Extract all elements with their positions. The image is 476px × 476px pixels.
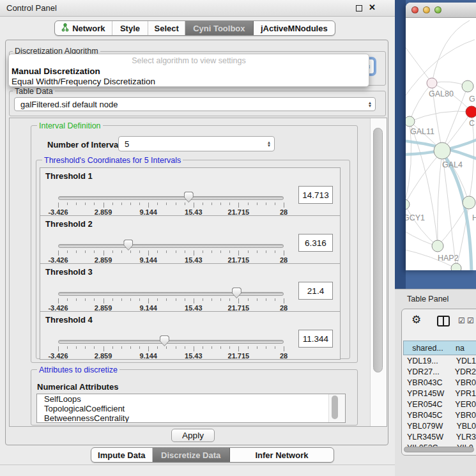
tick-mark	[58, 250, 59, 256]
split-columns-icon[interactable]	[437, 316, 450, 326]
network-node-c[interactable]	[466, 106, 476, 118]
tick-mark	[238, 346, 239, 351]
tab-style[interactable]: Style	[112, 21, 149, 35]
table-cell-shared-name: YDL19...	[403, 357, 452, 365]
number-of-intervals-value: 5	[119, 139, 264, 149]
table-column-header-shared[interactable]: shared...	[403, 341, 452, 355]
threshold-panel-2: Threshold 2-3.4262.8599.14415.4321.71528…	[40, 215, 341, 264]
table-row[interactable]: YPR145WYPR1	[403, 388, 476, 399]
close-icon[interactable]: ✕	[369, 3, 376, 12]
table-row[interactable]: YBR045CYBR0	[403, 410, 476, 420]
tick-mark	[76, 346, 77, 349]
tick-mark	[67, 346, 68, 349]
tab-jactivemnodules[interactable]: jActiveMNodules	[254, 21, 335, 35]
tab-cyni-toolbox[interactable]: Cyni Toolbox	[185, 21, 254, 35]
tab-discretize-data[interactable]: Discretize Data	[153, 448, 230, 462]
minimize-window-button[interactable]	[423, 6, 430, 13]
slider-track[interactable]	[58, 244, 284, 248]
apply-button[interactable]: Apply	[171, 429, 215, 442]
tab-select[interactable]: Select	[148, 21, 185, 35]
tab-network[interactable]: Network	[55, 21, 112, 35]
number-of-intervals-select[interactable]: 5 ▲ ▼	[118, 136, 275, 151]
slider-thumb-icon[interactable]	[123, 240, 133, 250]
tab-impute-data[interactable]: Impute Data	[91, 448, 153, 462]
network-edge[interactable]	[406, 43, 432, 83]
threshold-value-field[interactable]: 14.713	[298, 186, 333, 204]
settings-scrollbar-thumb[interactable]	[373, 128, 383, 372]
network-edge[interactable]	[432, 20, 470, 83]
network-node-gcy1[interactable]	[406, 199, 410, 210]
threshold-slider[interactable]: -3.4262.8599.14415.4321.71528	[58, 288, 284, 311]
tick-mark	[248, 203, 249, 205]
tick-mark	[148, 203, 149, 208]
tick-mark	[112, 346, 113, 349]
tick-mark	[211, 298, 212, 301]
network-edge[interactable]	[410, 121, 438, 246]
table-data-group-label: Table Data	[13, 87, 55, 96]
table-row[interactable]: YDL19...YDL1	[403, 355, 476, 366]
slider-thumb-icon[interactable]	[160, 335, 169, 346]
threshold-slider[interactable]: -3.4262.8599.14415.4321.71528	[58, 240, 284, 263]
tick-mark	[121, 298, 122, 301]
network-node-h[interactable]	[463, 196, 475, 209]
network-node-hap2[interactable]	[432, 240, 443, 252]
slider-track[interactable]	[58, 340, 284, 344]
slider-track[interactable]	[58, 292, 284, 296]
tab-infer-network[interactable]: Infer Network	[230, 448, 334, 462]
float-panel-icon[interactable]	[356, 5, 362, 12]
tick-mark	[257, 346, 257, 349]
table-panel-title: Table Panel	[407, 295, 449, 303]
attributes-scrollbar-track[interactable]	[328, 394, 345, 422]
tick-mark	[176, 203, 176, 205]
slider-track[interactable]	[58, 196, 284, 200]
network-canvas[interactable]: GAL80GCGAL11GAL4GCY1HHAP2	[406, 18, 476, 270]
network-node-gal4[interactable]	[434, 142, 450, 159]
tick-mark	[257, 298, 257, 301]
threshold-value-field[interactable]: 11.344	[298, 330, 333, 348]
attributes-scrollbar-thumb[interactable]	[332, 395, 338, 419]
network-edge[interactable]	[410, 83, 432, 121]
network-edge-highlighted[interactable]	[444, 155, 472, 270]
tick-label: 15.43	[185, 352, 203, 360]
list-item[interactable]: BetweennessCentrality	[37, 413, 345, 423]
network-node-gal11[interactable]	[406, 116, 415, 127]
network-node-label: C	[469, 119, 475, 128]
network-edge[interactable]	[410, 111, 472, 121]
network-node-gal80[interactable]	[427, 78, 437, 88]
list-item[interactable]: SelfLoops	[37, 394, 345, 404]
table-row[interactable]: YER054CYER0	[403, 399, 476, 410]
network-node[interactable]	[451, 263, 461, 270]
threshold-slider[interactable]: -3.4262.8599.14415.4321.71528	[58, 192, 284, 215]
threshold-value-field[interactable]: 6.316	[298, 234, 333, 252]
table-row[interactable]: YBL079WYBL0	[403, 420, 476, 431]
tick-mark	[67, 250, 68, 253]
threshold-slider[interactable]: -3.4262.8599.14415.4321.71528	[58, 336, 284, 359]
checkbox-icon[interactable]: ☑	[467, 317, 474, 325]
algorithm-option-equal-width[interactable]: Equal Width/Frequency Discretization	[12, 77, 155, 86]
table-row[interactable]: YBR043CYBR0	[403, 377, 476, 388]
tick-mark	[194, 203, 194, 208]
table-hscrollbar-thumb[interactable]	[404, 447, 474, 452]
checkbox-icon[interactable]: ☑	[458, 317, 465, 325]
close-window-button[interactable]	[411, 6, 418, 13]
numerical-attributes-list: SelfLoopsTopologicalCoefficientBetweenne…	[36, 394, 346, 423]
slider-thumb-icon[interactable]	[184, 192, 194, 203]
algorithm-option-manual[interactable]: Manual Discretization	[12, 66, 100, 76]
tab-label: Discretize Data	[161, 450, 220, 460]
network-edge[interactable]	[438, 151, 442, 246]
slider-thumb-icon[interactable]	[232, 288, 242, 298]
gear-icon[interactable]: ⚙	[411, 314, 421, 325]
list-item[interactable]: TopologicalCoefficient	[37, 404, 345, 413]
network-graph: GAL80GCGAL11GAL4GCY1HHAP2	[406, 18, 476, 270]
tick-mark	[148, 250, 149, 256]
network-edge[interactable]	[406, 204, 438, 246]
table-data-select[interactable]: galFiltered.sif default node ▲ ▼	[14, 97, 376, 111]
table-column-header-name[interactable]: na	[452, 341, 476, 355]
algorithm-dropdown-hint: Select algorithm to view settings	[9, 56, 369, 65]
table-row[interactable]: YDR27...YDR2	[403, 366, 476, 377]
network-node-g[interactable]	[462, 81, 473, 92]
threshold-value-field[interactable]: 21.4	[298, 282, 333, 300]
network-window-titlebar[interactable]	[406, 3, 476, 18]
zoom-window-button[interactable]	[434, 6, 441, 13]
table-row[interactable]: YLR345WYLR3	[403, 431, 476, 442]
